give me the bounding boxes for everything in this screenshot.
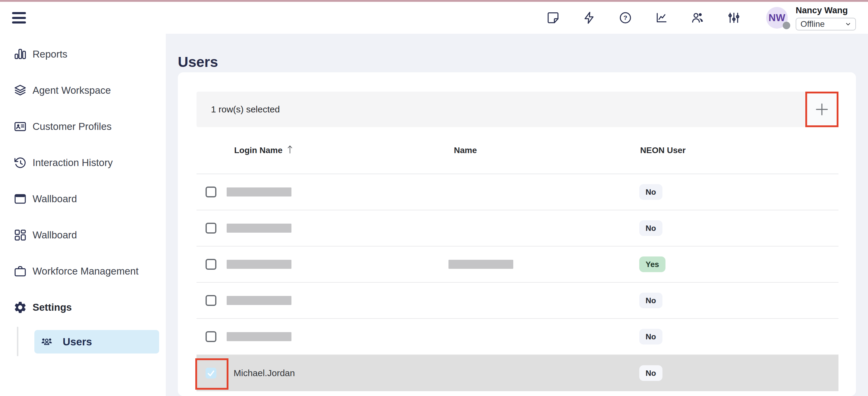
window-icon (13, 192, 27, 206)
table-body: NoNoYesNoNoMichael.JordanNo (196, 174, 838, 391)
sidebar-item-users-active[interactable]: Users (34, 330, 159, 354)
sidebar-item-workforce-management[interactable]: Workforce Management (0, 253, 166, 289)
table-row: No (196, 283, 838, 319)
user-name: Nancy Wang (796, 5, 856, 16)
sidebar-item-label: Wallboard (33, 193, 77, 205)
chevron-down-icon (844, 21, 852, 28)
sidebar-item-wallboard-2[interactable]: Wallboard (0, 217, 166, 253)
page-title: Users (178, 54, 218, 70)
sidebar-item-label: Wallboard (33, 229, 77, 241)
svg-text:?: ? (624, 14, 627, 21)
table-row: No (196, 319, 838, 355)
neon-user-badge: Yes (639, 256, 665, 272)
users-group-icon (40, 335, 53, 348)
sliders-icon[interactable] (727, 11, 741, 25)
sidebar-item-wallboard[interactable]: Wallboard (0, 181, 166, 217)
topbar-icon-group: ? (546, 11, 741, 25)
sidebar-item-label: Reports (33, 49, 67, 60)
presence-status-dot (783, 22, 790, 29)
add-user-button[interactable] (805, 92, 838, 127)
neon-user-badge: No (639, 184, 662, 200)
sidebar-item-label: Customer Profiles (33, 121, 112, 132)
bar-chart-icon (13, 47, 27, 61)
user-avatar[interactable]: NW (766, 7, 788, 29)
status-select-value: Offline (801, 19, 825, 29)
zap-icon[interactable] (582, 11, 596, 25)
sidebar-item-label: Workforce Management (33, 266, 138, 277)
grid-icon (13, 228, 27, 242)
users-table: Login Name Name NEON User NoNoYesNoNoMic… (196, 127, 838, 391)
redacted-login-placeholder (227, 187, 291, 196)
column-header-login-name[interactable]: Login Name (234, 146, 294, 155)
redacted-login-placeholder (227, 296, 291, 305)
top-bar: ? NW Nancy Wang Offline (0, 2, 868, 34)
sort-ascending-icon (285, 144, 294, 154)
row-checkbox[interactable] (206, 331, 216, 342)
sidebar-item-agent-workspace[interactable]: Agent Workspace (0, 72, 166, 109)
neon-user-badge: No (639, 365, 662, 381)
history-icon (13, 156, 27, 170)
table-row: Yes (196, 246, 838, 283)
neon-user-badge: No (639, 329, 662, 344)
redacted-login-placeholder (227, 224, 291, 233)
sidebar-item-interaction-history[interactable]: Interaction History (0, 145, 166, 181)
redacted-login-placeholder (227, 332, 291, 341)
table-row: Michael.JordanNo (196, 355, 838, 391)
row-checkbox[interactable] (206, 223, 216, 234)
sidebar-item-label: Settings (33, 302, 72, 313)
note-icon[interactable] (546, 11, 560, 25)
sidebar-item-settings[interactable]: Settings (0, 289, 166, 326)
neon-user-badge: No (639, 293, 662, 308)
sidebar-item-label: Interaction History (33, 157, 113, 169)
plus-icon (814, 101, 830, 117)
selection-bar: 1 row(s) selected (196, 92, 838, 127)
table-row: No (196, 210, 838, 246)
layers-icon (13, 84, 27, 97)
users-card: 1 row(s) selected Login Name Name NEON U… (178, 72, 856, 396)
people-icon[interactable] (691, 11, 705, 25)
redacted-login-placeholder (227, 260, 291, 269)
hamburger-menu-icon[interactable] (12, 12, 26, 24)
sidebar-item-label: Users (63, 336, 92, 348)
login-name-cell: Michael.Jordan (234, 368, 295, 378)
sidebar-item-customer-profiles[interactable]: Customer Profiles (0, 109, 166, 145)
sidebar: Reports Agent Workspace Customer Profile… (0, 34, 166, 396)
gear-icon (13, 301, 27, 314)
analytics-icon[interactable] (655, 11, 669, 25)
selection-count-text: 1 row(s) selected (211, 104, 280, 115)
help-icon[interactable]: ? (618, 11, 632, 25)
column-header-neon-user[interactable]: NEON User (640, 146, 686, 155)
user-block: Nancy Wang Offline (796, 5, 856, 30)
id-card-icon (13, 120, 27, 133)
redacted-name-placeholder (448, 260, 513, 269)
table-row: No (196, 174, 838, 210)
status-select[interactable]: Offline (796, 18, 856, 30)
briefcase-icon (13, 264, 27, 278)
nav-indent-line (17, 327, 19, 356)
column-header-name[interactable]: Name (454, 146, 477, 155)
row-checkbox[interactable] (206, 295, 216, 306)
row-checkbox[interactable] (206, 259, 216, 270)
table-header: Login Name Name NEON User (196, 127, 838, 174)
row-checkbox[interactable] (206, 187, 216, 197)
sidebar-item-label: Agent Workspace (33, 85, 111, 96)
sidebar-item-reports[interactable]: Reports (0, 36, 166, 72)
neon-user-badge: No (639, 220, 662, 236)
row-checkbox-checked[interactable] (206, 368, 216, 378)
